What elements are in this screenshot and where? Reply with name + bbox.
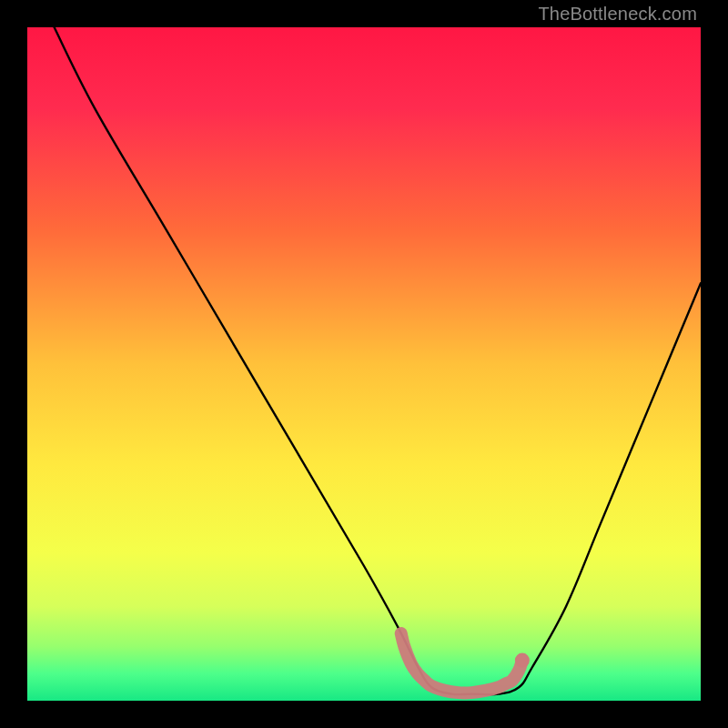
- plot-area: [27, 27, 701, 701]
- optimal-end-dot: [515, 653, 530, 668]
- optimal-highlight: [401, 633, 522, 693]
- chart-frame: TheBottleneck.com: [0, 0, 728, 728]
- watermark-text: TheBottleneck.com: [538, 4, 697, 25]
- bottleneck-curve: [55, 27, 701, 694]
- curve-layer: [27, 27, 701, 701]
